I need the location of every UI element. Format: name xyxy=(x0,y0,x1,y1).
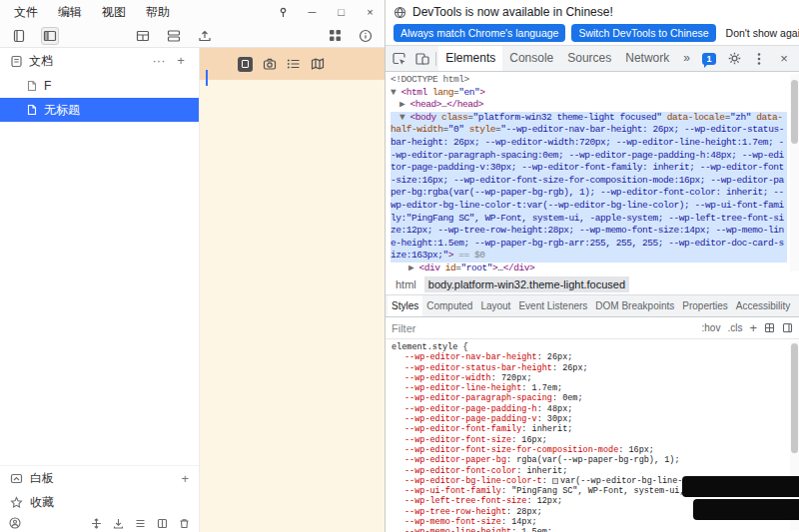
apps-grid-icon[interactable] xyxy=(326,27,344,45)
match-language-button[interactable]: Always match Chrome's language xyxy=(394,24,565,42)
css-property-name[interactable]: --wp-ui-font-family xyxy=(404,486,501,496)
state-toggle-button[interactable]: :hov xyxy=(702,322,721,333)
board-icon[interactable] xyxy=(157,518,168,529)
css-property-name[interactable]: --wp-editor-status-bar-height xyxy=(404,363,552,373)
css-property-name[interactable]: --wp-editor-nav-bar-height xyxy=(404,352,537,362)
journal-icon[interactable] xyxy=(10,27,28,45)
table-view-icon[interactable] xyxy=(134,27,152,45)
dom-node[interactable]: ▶ <head>…</head> xyxy=(391,99,787,112)
css-property-name[interactable]: --wp-editor-width xyxy=(404,373,491,383)
css-property-value[interactable]: 30px xyxy=(547,414,567,424)
more-button[interactable]: ··· xyxy=(151,53,167,69)
dom-node[interactable]: ▼ <body class="platform-win32 theme-ligh… xyxy=(391,112,787,263)
menu-item[interactable]: 编辑 xyxy=(48,0,92,24)
css-property-value[interactable]: inherit xyxy=(532,424,568,434)
maximize-button[interactable]: □ xyxy=(327,0,356,24)
menu-icon[interactable] xyxy=(135,518,146,529)
sidebar-tab[interactable]: DOM Breakpoints xyxy=(591,295,678,316)
css-property-value[interactable]: rgba(var(--wp-paper-bg-rgb), 1) xyxy=(516,455,674,465)
css-property-value[interactable]: 720px xyxy=(501,373,527,383)
state-toggle-button[interactable]: .cls xyxy=(727,322,742,333)
favorites-section[interactable]: 收藏 xyxy=(0,490,199,514)
css-property-row[interactable]: --wp-editor-line-height: 1.7em; xyxy=(392,383,787,393)
sidebar-tab[interactable]: Styles xyxy=(388,295,422,316)
dom-node[interactable]: ▶ <div id="root">…</div> xyxy=(391,263,787,273)
card-view-icon[interactable] xyxy=(165,27,183,45)
export-icon[interactable] xyxy=(196,27,214,45)
pin-button[interactable] xyxy=(269,0,298,24)
css-property-name[interactable]: --wp-editor-font-size-for-composition-mo… xyxy=(404,445,618,455)
devtools-tab[interactable]: Elements xyxy=(438,46,502,71)
outline-list-icon[interactable] xyxy=(287,57,301,71)
css-property-row[interactable]: --wp-editor-width: 720px; xyxy=(392,373,787,383)
camera-icon[interactable] xyxy=(263,57,277,71)
sidebar-tab[interactable]: Computed xyxy=(422,295,476,316)
map-icon[interactable] xyxy=(311,57,325,71)
add-document-button[interactable]: + xyxy=(173,53,189,69)
devtools-tab[interactable]: Sources xyxy=(560,46,618,71)
css-property-value[interactable]: 48px xyxy=(547,404,567,414)
css-property-name[interactable]: --wp-memo-line-height xyxy=(404,527,511,532)
sidebar-tab[interactable]: Layout xyxy=(476,295,514,316)
computed-panel-icon[interactable] xyxy=(764,319,775,337)
css-property-row[interactable]: --wp-editor-page-padding-h: 48px; xyxy=(392,404,787,414)
info-icon[interactable] xyxy=(357,27,375,45)
css-property-value[interactable]: 14px xyxy=(511,517,531,527)
download-icon[interactable] xyxy=(113,518,124,529)
css-property-value[interactable]: 0em xyxy=(562,393,577,403)
css-property-value[interactable]: 16px xyxy=(628,445,648,455)
css-property-value[interactable]: 1.5em xyxy=(521,527,547,532)
menu-item[interactable]: 视图 xyxy=(92,0,136,24)
scrollbar-thumb[interactable] xyxy=(791,80,798,144)
css-property-value[interactable]: 12px xyxy=(537,496,557,506)
css-property-row[interactable]: --wp-memo-line-height: 1.5em; xyxy=(392,527,787,532)
note-editor[interactable] xyxy=(200,48,385,532)
minimize-button[interactable]: ─ xyxy=(298,0,327,24)
sidebar-toggle-icon[interactable] xyxy=(41,27,59,45)
document-list-item[interactable]: 无标题 xyxy=(0,98,199,122)
kebab-menu-icon[interactable] xyxy=(747,46,771,71)
devtools-tab[interactable]: » xyxy=(676,46,697,71)
css-property-name[interactable]: --wp-editor-page-padding-h xyxy=(404,404,537,414)
css-property-row[interactable]: --wp-editor-font-family: inherit; xyxy=(392,424,787,434)
trash-icon[interactable] xyxy=(179,518,190,529)
css-property-value[interactable]: 28px xyxy=(516,507,536,517)
css-property-value[interactable]: 1.7em xyxy=(532,383,558,393)
devtools-tab[interactable]: Network xyxy=(618,46,676,71)
css-property-row[interactable]: --wp-editor-font-size-for-composition-mo… xyxy=(392,445,787,455)
css-property-name[interactable]: --wp-left-tree-font-size xyxy=(404,496,526,506)
scrollbar-thumb[interactable] xyxy=(791,343,798,453)
sidebar-tab[interactable]: Event Listeners xyxy=(514,295,591,316)
switch-to-chinese-button[interactable]: Switch DevTools to Chinese xyxy=(571,24,715,42)
css-property-row[interactable]: --wp-editor-paper-bg: rgba(var(--wp-pape… xyxy=(392,455,787,465)
css-property-name[interactable]: --wp-editor-font-size xyxy=(404,435,511,445)
css-property-name[interactable]: --wp-editor-paper-bg xyxy=(404,455,506,465)
dont-show-again-button[interactable]: Don't show again xyxy=(722,24,799,42)
elements-scrollbar[interactable] xyxy=(790,74,799,271)
css-property-value[interactable]: inherit xyxy=(526,466,562,476)
css-property-name[interactable]: --wp-editor-font-family xyxy=(404,424,521,434)
css-property-row[interactable]: --wp-editor-page-padding-v: 30px; xyxy=(392,414,787,424)
css-property-value[interactable]: 26px xyxy=(547,352,567,362)
dom-node[interactable]: <!DOCTYPE html> xyxy=(391,74,787,87)
menu-item[interactable]: 文件 xyxy=(4,0,48,24)
color-swatch[interactable] xyxy=(552,478,558,484)
whiteboard-section[interactable]: 白板 + xyxy=(0,466,199,490)
breadcrumb-item[interactable]: body.platform-win32.theme-light.focused xyxy=(424,276,629,292)
dom-node[interactable]: ▼ <html lang="en"> xyxy=(391,87,787,100)
breadcrumb-item[interactable]: html xyxy=(392,276,420,292)
css-property-row[interactable]: --wp-editor-nav-bar-height: 26px; xyxy=(392,352,787,362)
css-property-name[interactable]: --wp-editor-bg-line-color-t xyxy=(404,476,542,486)
sidebar-tab[interactable]: Accessibility xyxy=(732,295,794,316)
css-property-name[interactable]: --wp-tree-row-height xyxy=(404,507,506,517)
css-property-row[interactable]: --wp-editor-status-bar-height: 26px; xyxy=(392,363,787,373)
menu-item[interactable]: 帮助 xyxy=(136,0,180,24)
css-property-name[interactable]: --wp-memo-font-size xyxy=(404,517,501,527)
css-property-name[interactable]: --wp-editor-page-padding-v xyxy=(404,414,537,424)
account-icon[interactable] xyxy=(9,517,21,529)
close-devtools-button[interactable]: × xyxy=(772,46,796,71)
style-rule-selector[interactable]: element.style { xyxy=(392,342,787,352)
new-style-rule-button[interactable]: + xyxy=(749,322,757,334)
css-property-row[interactable]: --wp-editor-font-size: 16px; xyxy=(392,435,787,445)
settings-gear-icon[interactable] xyxy=(722,46,746,71)
